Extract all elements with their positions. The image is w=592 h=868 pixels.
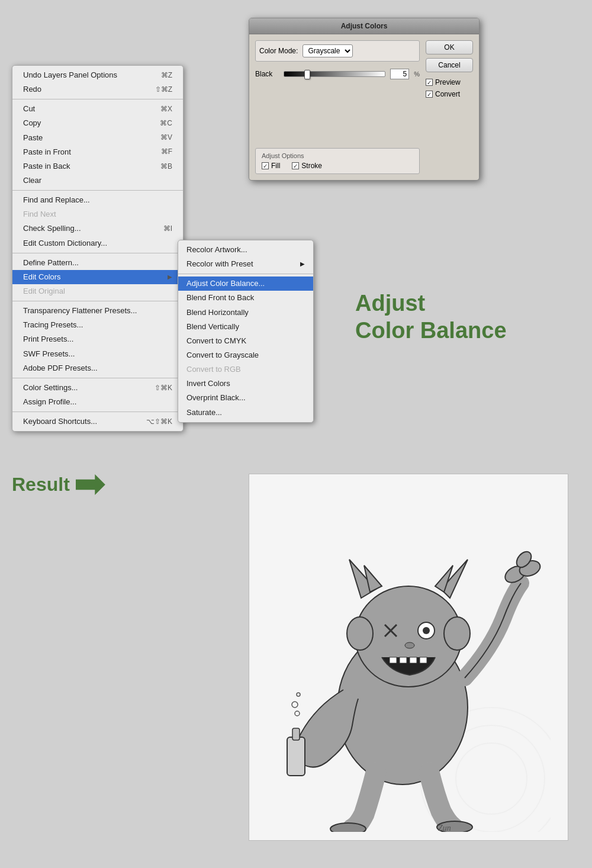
ok-button[interactable]: OK (426, 40, 473, 54)
menu-item-tracing[interactable]: Tracing Presets... (12, 318, 183, 332)
black-slider-track[interactable] (284, 71, 385, 77)
svg-point-9 (347, 617, 373, 650)
menu-item-redo-label: Redo (23, 83, 41, 95)
menu-item-check-spelling-label: Check Spelling... (23, 223, 81, 234)
convert-checkbox[interactable] (426, 91, 433, 98)
menu-item-check-spelling-shortcut: ⌘I (163, 223, 172, 234)
black-value-input[interactable] (390, 69, 409, 79)
menu-item-print[interactable]: Print Presets... (12, 332, 183, 346)
adjust-options-title: Adjust Options (262, 152, 413, 159)
menu-item-find-next[interactable]: Find Next (12, 207, 183, 221)
preview-label: Preview (435, 78, 461, 86)
submenu-item-saturate-label: Saturate... (186, 407, 222, 419)
acb-title: Adjust Color Balance (355, 290, 507, 344)
menu-item-find-replace[interactable]: Find and Replace... (12, 193, 183, 207)
preview-row: Preview (426, 78, 473, 86)
submenu-item-recolor-preset-arrow: ▶ (300, 259, 305, 269)
submenu-item-convert-grayscale[interactable]: Convert to Grayscale (178, 348, 313, 362)
acb-title-line2: Color Balance (355, 317, 507, 345)
adjust-options-box: Adjust Options Fill Stroke (255, 148, 420, 174)
convert-label: Convert (435, 90, 460, 98)
menu-item-print-label: Print Presets... (23, 333, 73, 345)
submenu-item-recolor-preset-label: Recolor with Preset (186, 258, 253, 270)
menu-item-edit-original[interactable]: Edit Original (12, 284, 183, 298)
menu-item-redo-shortcut: ⇧⌘Z (155, 84, 172, 95)
svg-point-2 (456, 743, 527, 814)
black-slider-thumb[interactable] (304, 70, 310, 79)
svg-point-14 (423, 627, 430, 634)
menu-item-undo-label: Undo Layers Panel Options (23, 69, 117, 81)
menu-item-paste-back[interactable]: Paste in Back ⌘B (12, 159, 183, 173)
submenu-item-convert-cmyk[interactable]: Convert to CMYK (178, 334, 313, 348)
monster-container: Zun (249, 474, 568, 840)
menu-item-find-replace-label: Find and Replace... (23, 194, 90, 206)
submenu-item-blend-vertically-label: Blend Vertically (186, 321, 239, 333)
menu-item-copy-label: Copy (23, 117, 41, 129)
svg-point-23 (292, 702, 298, 708)
menu-item-pdf[interactable]: Adobe PDF Presets... (12, 361, 183, 375)
svg-point-15 (405, 642, 414, 648)
submenu-item-saturate[interactable]: Saturate... (178, 406, 313, 420)
submenu-item-convert-rgb[interactable]: Convert to RGB (178, 362, 313, 377)
black-slider-row: Black % (255, 69, 420, 79)
cancel-button[interactable]: Cancel (426, 58, 473, 72)
dialog-title: Adjust Colors (249, 18, 479, 34)
menu-item-transparency[interactable]: Transparency Flattener Presets... (12, 304, 183, 318)
separator-1 (12, 99, 183, 99)
menu-item-cut-label: Cut (23, 103, 35, 115)
preview-checkbox[interactable] (426, 79, 433, 86)
stroke-checkbox-label[interactable]: Stroke (292, 162, 322, 170)
menu-item-paste-back-shortcut: ⌘B (160, 161, 172, 172)
menu-item-keyboard-shortcuts-label: Keyboard Shortcuts... (23, 416, 97, 427)
menu-item-edit-dictionary[interactable]: Edit Custom Dictionary... (12, 236, 183, 250)
menu-item-keyboard-shortcuts[interactable]: Keyboard Shortcuts... ⌥⇧⌘K (12, 414, 183, 429)
svg-rect-21 (292, 728, 300, 740)
svg-text:Zun: Zun (438, 824, 451, 832)
submenu-item-blend-front-back[interactable]: Blend Front to Back (178, 291, 313, 305)
submenu-item-overprint-black[interactable]: Overprint Black... (178, 391, 313, 405)
menu-item-copy[interactable]: Copy ⌘C (12, 116, 183, 130)
menu-item-define-pattern[interactable]: Define Pattern... (12, 256, 183, 270)
stroke-checkbox[interactable] (292, 162, 299, 169)
menu-item-paste-back-label: Paste in Back (23, 160, 70, 172)
dialog-main-area: Color Mode: Grayscale RGB CMYK Black % A… (255, 40, 420, 174)
color-mode-select[interactable]: Grayscale RGB CMYK (303, 44, 353, 57)
menu-item-swf[interactable]: SWF Presets... (12, 347, 183, 361)
convert-row: Convert (426, 90, 473, 98)
menu-item-keyboard-shortcuts-shortcut: ⌥⇧⌘K (146, 416, 172, 427)
menu-item-edit-colors-label: Edit Colors (23, 271, 61, 283)
fill-checkbox[interactable] (262, 162, 269, 169)
menu-item-paste-front[interactable]: Paste in Front ⌘F (12, 145, 183, 159)
svg-point-24 (297, 693, 300, 696)
submenu-item-recolor-artwork[interactable]: Recolor Artwork... (178, 243, 313, 257)
black-unit: % (414, 70, 420, 78)
submenu-item-recolor-preset[interactable]: Recolor with Preset ▶ (178, 257, 313, 271)
submenu-item-invert-colors[interactable]: Invert Colors (178, 377, 313, 391)
submenu-item-overprint-black-label: Overprint Black... (186, 392, 246, 404)
menu-item-check-spelling[interactable]: Check Spelling... ⌘I (12, 221, 183, 236)
submenu-item-blend-horizontally[interactable]: Blend Horizontally (178, 306, 313, 320)
separator-6 (12, 412, 183, 412)
menu-item-paste-front-shortcut: ⌘F (161, 146, 172, 157)
menu-item-color-settings[interactable]: Color Settings... ⇧⌘K (12, 381, 183, 395)
submenu-item-convert-grayscale-label: Convert to Grayscale (186, 349, 259, 361)
menu-item-clear[interactable]: Clear (12, 173, 183, 188)
menu-item-clear-label: Clear (23, 175, 41, 187)
svg-rect-18 (410, 657, 417, 663)
menu-item-cut[interactable]: Cut ⌘X (12, 102, 183, 116)
menu-item-assign-profile[interactable]: Assign Profile... (12, 395, 183, 409)
menu-item-undo[interactable]: Undo Layers Panel Options ⌘Z (12, 68, 183, 82)
menu-item-edit-colors[interactable]: Edit Colors ▶ (12, 270, 183, 284)
menu-item-cut-shortcut: ⌘X (160, 104, 172, 115)
result-image-box: Zun (249, 474, 568, 841)
edit-colors-submenu: Recolor Artwork... Recolor with Preset ▶… (178, 240, 314, 423)
menu-item-define-pattern-label: Define Pattern... (23, 257, 79, 269)
color-mode-row: Color Mode: Grayscale RGB CMYK (255, 40, 420, 62)
menu-item-redo[interactable]: Redo ⇧⌘Z (12, 82, 183, 97)
separator-4 (12, 301, 183, 301)
edit-menu: Undo Layers Panel Options ⌘Z Redo ⇧⌘Z Cu… (12, 65, 184, 432)
menu-item-paste[interactable]: Paste ⌘V (12, 131, 183, 145)
submenu-item-adjust-color-balance[interactable]: Adjust Color Balance... (178, 277, 313, 291)
submenu-item-blend-vertically[interactable]: Blend Vertically (178, 320, 313, 334)
fill-checkbox-label[interactable]: Fill (262, 162, 280, 170)
